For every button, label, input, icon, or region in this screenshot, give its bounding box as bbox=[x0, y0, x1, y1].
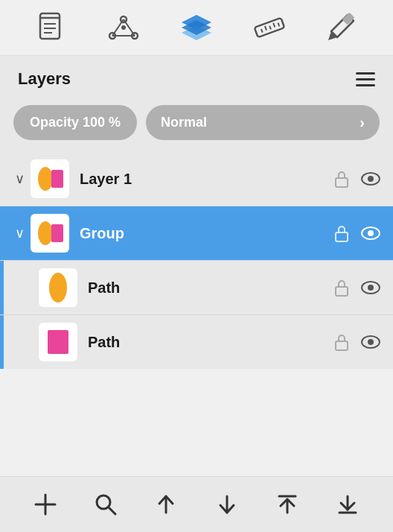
layer-thumbnail bbox=[31, 159, 69, 198]
panel-title: Layers bbox=[18, 69, 71, 89]
layer-row[interactable]: ∨ Layer 1 bbox=[0, 152, 393, 206]
layer-name: Layer 1 bbox=[80, 171, 333, 188]
layer-thumbnail bbox=[31, 214, 69, 253]
svg-rect-36 bbox=[48, 330, 68, 354]
layer-row[interactable]: Path bbox=[0, 315, 393, 369]
move-down-button[interactable] bbox=[208, 486, 246, 523]
panel-header: Layers bbox=[0, 56, 393, 102]
blend-mode-label: Normal bbox=[161, 115, 207, 130]
visibility-icon[interactable] bbox=[360, 226, 381, 241]
lock-icon[interactable] bbox=[333, 332, 350, 352]
layer-actions bbox=[333, 278, 381, 297]
ruler-icon[interactable] bbox=[252, 10, 287, 45]
svg-point-22 bbox=[38, 167, 53, 191]
document-icon[interactable] bbox=[33, 10, 69, 45]
svg-point-39 bbox=[368, 339, 374, 345]
layer-list: ∨ Layer 1 ∨ bbox=[0, 152, 393, 369]
layer-actions bbox=[333, 332, 381, 352]
svg-rect-29 bbox=[336, 232, 348, 241]
svg-rect-37 bbox=[336, 341, 348, 350]
blend-mode-button[interactable]: Normal › bbox=[146, 105, 380, 140]
layer-row[interactable]: Path bbox=[0, 261, 393, 315]
layer-name: Path bbox=[88, 279, 333, 297]
visibility-icon[interactable] bbox=[360, 335, 381, 349]
svg-point-11 bbox=[121, 25, 126, 30]
layer-actions bbox=[333, 169, 381, 189]
opacity-button[interactable]: Opacity 100 % bbox=[13, 105, 137, 140]
svg-point-35 bbox=[368, 285, 374, 291]
layer-thumbnail bbox=[39, 323, 77, 361]
svg-line-17 bbox=[265, 26, 266, 31]
move-to-top-button[interactable] bbox=[269, 486, 306, 523]
top-toolbar bbox=[0, 0, 393, 56]
svg-line-19 bbox=[273, 23, 275, 28]
lock-icon[interactable] bbox=[333, 169, 350, 189]
svg-point-31 bbox=[368, 230, 374, 236]
svg-rect-23 bbox=[51, 170, 63, 188]
expand-button[interactable]: ∨ bbox=[12, 222, 28, 244]
search-button[interactable] bbox=[87, 486, 124, 523]
move-up-button[interactable] bbox=[147, 486, 185, 523]
svg-point-32 bbox=[49, 273, 67, 303]
layer-name: Path bbox=[88, 334, 333, 351]
layer-name: Group bbox=[80, 225, 333, 242]
svg-point-27 bbox=[38, 221, 53, 245]
layers-panel: Layers Opacity 100 % Normal › bbox=[0, 56, 393, 152]
svg-point-26 bbox=[368, 176, 374, 182]
expand-button[interactable]: ∨ bbox=[12, 168, 28, 190]
panel-controls: Opacity 100 % Normal › bbox=[0, 102, 393, 152]
move-to-bottom-button[interactable] bbox=[329, 486, 366, 523]
lock-icon[interactable] bbox=[333, 278, 350, 297]
layer-thumbnail bbox=[39, 268, 77, 307]
svg-line-18 bbox=[269, 26, 271, 30]
pen-tool-icon[interactable] bbox=[106, 10, 141, 45]
svg-rect-28 bbox=[51, 224, 63, 242]
svg-line-20 bbox=[278, 23, 279, 27]
lock-icon[interactable] bbox=[333, 224, 350, 243]
add-layer-button[interactable] bbox=[27, 486, 64, 523]
bottom-toolbar bbox=[0, 476, 393, 532]
svg-rect-21 bbox=[342, 13, 355, 25]
svg-line-43 bbox=[109, 507, 115, 514]
svg-rect-33 bbox=[336, 287, 348, 296]
visibility-icon[interactable] bbox=[360, 280, 381, 295]
menu-icon[interactable] bbox=[356, 72, 375, 86]
accent-bar bbox=[0, 315, 4, 369]
chevron-right-icon: › bbox=[360, 114, 365, 131]
layer-row[interactable]: ∨ Group bbox=[0, 206, 393, 261]
svg-line-16 bbox=[261, 29, 263, 33]
layers-icon[interactable] bbox=[179, 10, 214, 45]
svg-rect-24 bbox=[336, 178, 348, 187]
brush-icon[interactable] bbox=[324, 10, 360, 45]
accent-bar bbox=[0, 261, 4, 314]
visibility-icon[interactable] bbox=[360, 171, 381, 186]
layer-actions bbox=[333, 224, 381, 243]
